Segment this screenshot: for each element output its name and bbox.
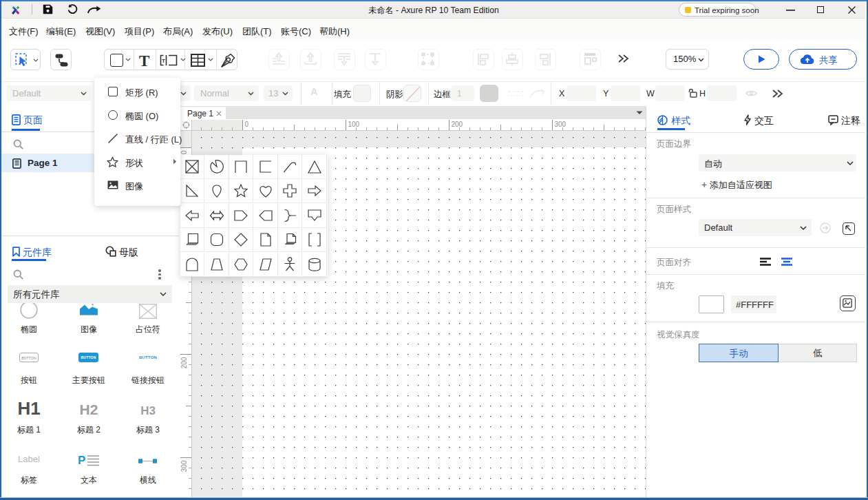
svg-text:300: 300 xyxy=(555,121,567,128)
svg-text:0: 0 xyxy=(245,121,249,128)
svg-text:100: 100 xyxy=(348,121,360,128)
svg-text:0: 0 xyxy=(180,150,188,154)
svg-text:P: P xyxy=(78,454,85,467)
svg-text:T: T xyxy=(162,58,165,64)
svg-text:200: 200 xyxy=(452,121,463,128)
svg-text:200: 200 xyxy=(180,357,188,368)
svg-text:300: 300 xyxy=(180,460,188,472)
